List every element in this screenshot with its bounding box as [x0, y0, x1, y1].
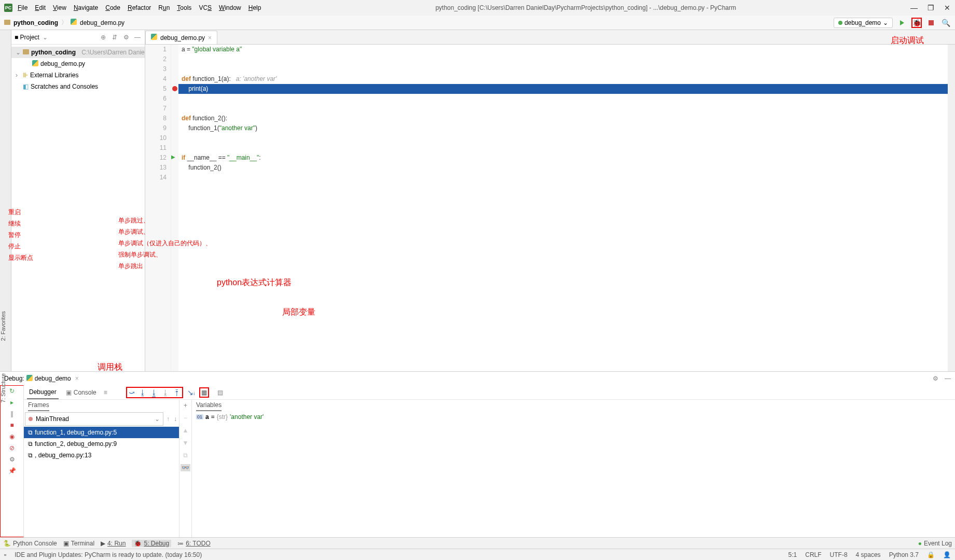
up-icon[interactable]: ▲	[183, 427, 189, 434]
lock-icon[interactable]: 🔒	[927, 551, 935, 558]
python-console-tool[interactable]: 🐍 Python Console	[3, 540, 57, 547]
editor-tab[interactable]: debug_demo.py ×	[145, 31, 217, 44]
tree-external-libs[interactable]: › ⊪ External Libraries	[11, 69, 145, 81]
terminal-tool[interactable]: ▣ Terminal	[63, 540, 94, 547]
status-python[interactable]: Python 3.7	[889, 551, 919, 558]
frame-item[interactable]: ⧉ , debug_demo.py:13	[24, 450, 179, 461]
copy-icon[interactable]: ⧉	[183, 452, 188, 459]
folder-icon	[23, 49, 29, 56]
tool-favorites-tab[interactable]: 2: Favorites	[0, 311, 6, 341]
status-enc[interactable]: UTF-8	[830, 551, 848, 558]
collapse-icon[interactable]: ⇵	[110, 33, 119, 41]
resume-icon[interactable]: ▸	[8, 398, 16, 407]
settings-icon[interactable]: ⚙	[8, 455, 16, 464]
status-pos[interactable]: 5:1	[788, 551, 797, 558]
close-icon[interactable]: ×	[75, 375, 79, 382]
layout-icon[interactable]: ▤	[217, 389, 223, 396]
list-icon[interactable]: ≡	[104, 389, 107, 396]
breadcrumb-file[interactable]: debug_demo.py	[80, 19, 124, 26]
glasses-icon[interactable]: 👓	[181, 464, 190, 471]
debug-config[interactable]: debug_demo	[35, 375, 71, 382]
expand-icon[interactable]: ›	[16, 72, 21, 79]
menu-vcs[interactable]: VCS	[199, 4, 212, 11]
menu-navigate[interactable]: Navigate	[74, 4, 98, 11]
window-title: python_coding [C:\Users\Darren DanielDay…	[261, 4, 910, 11]
debug-button[interactable]: 🐞	[911, 18, 922, 28]
stop-icon[interactable]: ■	[8, 421, 16, 429]
status-eol[interactable]: CRLF	[805, 551, 821, 558]
event-log-tool[interactable]: ● Event Log	[918, 540, 952, 547]
hide-icon[interactable]: —	[133, 33, 142, 41]
close-icon[interactable]: ×	[208, 34, 212, 41]
menu-code[interactable]: Code	[105, 4, 120, 11]
pause-icon[interactable]: ‖	[8, 410, 16, 418]
todo-tool[interactable]: ≔ 6: TODO	[177, 540, 211, 547]
next-frame-icon[interactable]: ↓	[172, 415, 179, 423]
frame-item[interactable]: ⧉ function_2, debug_demo.py:9	[24, 438, 179, 450]
prev-frame-icon[interactable]: ↑	[164, 415, 172, 423]
tree-ext-label: External Libraries	[30, 72, 78, 79]
menu-tools[interactable]: Tools	[177, 4, 191, 11]
variable-row[interactable]: 01 a = {str} 'another var'	[192, 411, 955, 423]
expand-icon[interactable]: ⌄	[16, 49, 21, 56]
debug-tool[interactable]: 🐞 5: Debug	[132, 540, 171, 547]
thread-selector[interactable]: MainThread ⌄	[25, 412, 163, 426]
evaluate-expr-button[interactable]: ▦	[199, 387, 209, 398]
breakpoints-icon[interactable]: ◉	[8, 432, 16, 441]
run-to-cursor-icon[interactable]: ↘ᵢ	[187, 388, 195, 397]
pin-icon[interactable]: 📌	[8, 467, 16, 475]
menu-view[interactable]: View	[53, 4, 66, 11]
maximize-button[interactable]: ❐	[927, 4, 934, 12]
search-button[interactable]: 🔍	[940, 18, 951, 28]
menu-edit[interactable]: Edit	[35, 4, 46, 11]
menu-file[interactable]: File	[18, 4, 27, 11]
status-icon[interactable]: ▫	[4, 551, 6, 558]
editor-tab-label: debug_demo.py	[160, 34, 205, 41]
down-icon[interactable]: ▼	[183, 439, 189, 446]
library-icon: ⊪	[23, 72, 28, 79]
variables-tab[interactable]: Variables	[196, 400, 222, 411]
search-icon: 🔍	[942, 19, 950, 27]
status-indent[interactable]: 4 spaces	[856, 551, 881, 558]
remove-watch-icon[interactable]: −	[184, 414, 187, 422]
menu-run[interactable]: Run	[158, 4, 170, 11]
run-config-name: debug_demo	[845, 19, 881, 26]
step-out-icon[interactable]: ⭱	[173, 388, 181, 397]
menu-help[interactable]: Help	[248, 4, 261, 11]
run-tool[interactable]: ▶ 4: Run	[101, 540, 126, 547]
bug-icon: 🐞	[912, 19, 921, 27]
step-into-my-icon[interactable]: ⭳̲	[150, 388, 158, 397]
stop-button[interactable]	[926, 18, 936, 28]
mute-bp-icon[interactable]: ⊘	[8, 444, 16, 452]
run-config-selector[interactable]: debug_demo ⌄	[834, 18, 893, 28]
frames-tab[interactable]: Frames	[28, 400, 49, 411]
menu-refactor[interactable]: Refactor	[128, 4, 151, 11]
gear-icon[interactable]: ⚙	[933, 375, 938, 382]
title-bar: PC File Edit View Navigate Code Refactor…	[0, 0, 955, 16]
step-over-icon[interactable]: ⤻	[129, 388, 135, 397]
chevron-down-icon[interactable]: ⌄	[43, 34, 48, 41]
breadcrumb-project[interactable]: python_coding	[13, 19, 58, 26]
tree-file[interactable]: debug_demo.py	[11, 58, 145, 69]
profile-icon[interactable]: 👤	[943, 551, 951, 558]
tool-structure-tab[interactable]: 7: Structure	[0, 373, 6, 403]
debugger-tab[interactable]: Debugger	[27, 386, 59, 399]
gear-icon[interactable]: ⚙	[122, 33, 130, 41]
frame-icon: ⧉	[28, 452, 33, 459]
frame-icon: ⧉	[28, 440, 33, 447]
force-step-icon[interactable]: ⭳	[162, 388, 169, 397]
menu-window[interactable]: Window	[219, 4, 241, 11]
close-button[interactable]: ✕	[944, 4, 951, 12]
step-into-icon[interactable]: ⭳	[139, 388, 146, 397]
locate-icon[interactable]: ⊕	[99, 33, 107, 41]
add-watch-icon[interactable]: +	[184, 402, 187, 409]
run-button[interactable]	[897, 18, 907, 28]
rerun-icon[interactable]: ↻	[8, 387, 16, 395]
breadcrumb: python_coding 〉 debug_demo.py	[4, 18, 834, 27]
minimize-button[interactable]: —	[910, 4, 918, 12]
hide-icon[interactable]: —	[945, 375, 951, 382]
frame-item[interactable]: ⧉ function_1, debug_demo.py:5	[24, 427, 179, 438]
tree-root[interactable]: ⌄ python_coding C:\Users\Darren Danie	[11, 47, 145, 58]
console-tab[interactable]: ▣Console	[64, 386, 99, 399]
tree-scratches[interactable]: ◧ Scratches and Consoles	[11, 81, 145, 92]
